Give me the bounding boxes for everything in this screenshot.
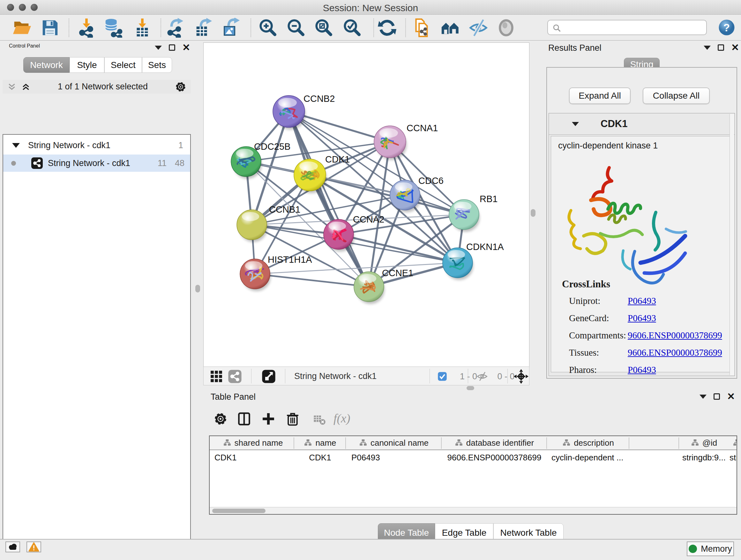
panel-maximize-icon[interactable]: [718, 44, 724, 51]
tab-network[interactable]: Network: [23, 57, 70, 73]
search-input[interactable]: [547, 20, 707, 35]
export-table-button[interactable]: [193, 18, 213, 38]
network-edge-count: 48: [175, 159, 185, 168]
panel-float-icon[interactable]: [704, 46, 711, 50]
zoom-out-button[interactable]: [286, 18, 306, 38]
add-column-icon[interactable]: [261, 412, 275, 426]
memory-label: Memory: [701, 544, 732, 554]
node-CDC6[interactable]: [390, 180, 420, 210]
save-session-button[interactable]: [40, 18, 60, 38]
show-all-button[interactable]: [496, 18, 516, 38]
node-HIST1H1A[interactable]: [240, 259, 270, 289]
panel-maximize-icon[interactable]: [169, 44, 175, 51]
gene-section-header[interactable]: CDK1: [549, 113, 735, 135]
panel-maximize-icon[interactable]: [714, 393, 720, 400]
column-header[interactable]: shared name: [212, 436, 293, 449]
expand-all-button[interactable]: Expand All: [569, 87, 630, 104]
open-in-new-icon[interactable]: [262, 369, 276, 383]
help-icon: ?: [718, 18, 736, 37]
network-canvas[interactable]: CCNB2CCNA1CDC25BCDK1CDC6RB1CCNB1CCNA2CDK…: [203, 43, 529, 367]
genecard-link[interactable]: P06493: [628, 313, 656, 323]
control-panel: Control Panel ✕ Network Style Select Set…: [0, 41, 192, 539]
results-scrollbar[interactable]: [730, 114, 734, 375]
uniprot-link[interactable]: P06493: [628, 296, 656, 306]
network-share-icon[interactable]: [228, 369, 242, 383]
column-header[interactable]: namespace: [730, 436, 737, 449]
section-collapse-icon[interactable]: [572, 122, 579, 126]
first-neighbors-button[interactable]: [441, 18, 460, 38]
cloud-status-button[interactable]: [5, 542, 20, 552]
crosslink-label: Uniprot:: [569, 292, 626, 309]
column-type-icon: [304, 439, 312, 447]
left-splitter-handle[interactable]: [195, 285, 200, 293]
column-header[interactable]: name: [295, 436, 345, 449]
table-horizontal-scrollbar[interactable]: [210, 507, 737, 514]
node-CCNB2[interactable]: [273, 96, 305, 127]
show-columns-icon[interactable]: [237, 412, 251, 426]
refresh-button[interactable]: [377, 18, 397, 38]
expand-all-icon[interactable]: [21, 82, 30, 91]
node-CCNA2[interactable]: [324, 219, 354, 249]
warning-status-button[interactable]: [26, 542, 41, 552]
panel-float-icon[interactable]: [699, 395, 706, 399]
table-cell[interactable]: cyclin-dependent ...: [551, 451, 628, 464]
collection-expand-icon[interactable]: [12, 143, 20, 148]
column-header[interactable]: description: [548, 436, 629, 449]
table-cell[interactable]: stringdb: [686, 451, 737, 464]
panel-float-icon[interactable]: [155, 46, 162, 50]
tab-select[interactable]: Select: [105, 57, 142, 73]
selected-checkbox-icon[interactable]: [437, 372, 447, 381]
node-CDK1[interactable]: [294, 159, 326, 191]
node-CCNA1[interactable]: [374, 126, 406, 158]
netbar-separator: [468, 369, 468, 383]
table-cell[interactable]: 9606.ENSP00000378699: [442, 451, 546, 464]
network-collection-row[interactable]: String Network - cdk1 1: [3, 137, 190, 154]
node-label-CCNB1: CCNB1: [269, 204, 300, 214]
export-network-button[interactable]: [165, 18, 185, 38]
zoom-in-button[interactable]: [258, 18, 277, 38]
open-session-button[interactable]: [12, 18, 31, 38]
tissues-link[interactable]: 9606.ENSP00000378699: [628, 348, 722, 358]
memory-button[interactable]: Memory: [687, 542, 734, 556]
node-CDKN1A[interactable]: [443, 248, 473, 278]
node-CCNB1[interactable]: [237, 210, 267, 240]
gear-icon[interactable]: [175, 81, 186, 92]
column-header[interactable]: @id: [680, 436, 728, 449]
zoom-fit-button[interactable]: [313, 18, 333, 38]
hide-selected-button[interactable]: [468, 18, 488, 38]
node-table[interactable]: shared name name canonical name database…: [209, 435, 737, 515]
zoom-selected-button[interactable]: [342, 18, 361, 38]
collapse-all-button[interactable]: Collapse All: [643, 87, 710, 104]
delete-column-trash-icon[interactable]: [286, 412, 300, 426]
tab-style[interactable]: Style: [70, 57, 105, 73]
fit-content-crosshair-icon[interactable]: [514, 369, 529, 384]
crosslink-label: GeneCard:: [569, 309, 626, 327]
import-network-database-button[interactable]: [103, 18, 123, 38]
node-label-CCNE1: CCNE1: [382, 268, 413, 278]
table-gear-icon[interactable]: [213, 412, 227, 426]
panel-close-icon[interactable]: ✕: [731, 44, 739, 51]
compartments-link[interactable]: 9606.ENSP00000378699: [628, 330, 722, 340]
column-header[interactable]: canonical name: [347, 436, 441, 449]
birds-eye-grid-icon[interactable]: [209, 369, 223, 383]
node-RB1[interactable]: [449, 199, 479, 230]
network-row[interactable]: String Network - cdk1 11 48: [3, 154, 190, 172]
column-type-icon: [733, 439, 737, 447]
help-button[interactable]: ?: [718, 18, 736, 37]
collapse-all-icon[interactable]: [7, 82, 17, 91]
clone-network-button[interactable]: [412, 18, 431, 38]
node-CCNE1[interactable]: [354, 272, 384, 302]
table-cell[interactable]: CDK1: [214, 451, 291, 464]
column-header[interactable]: database identifier: [442, 436, 546, 449]
scrollbar-thumb[interactable]: [212, 509, 266, 513]
table-cell[interactable]: CDK1: [295, 451, 345, 464]
tab-sets[interactable]: Sets: [142, 57, 172, 73]
right-splitter-handle[interactable]: [531, 209, 536, 217]
import-network-file-button[interactable]: [77, 18, 96, 38]
pharos-link[interactable]: P06493: [628, 365, 656, 375]
export-image-button[interactable]: [221, 18, 241, 38]
import-table-button[interactable]: [132, 18, 152, 38]
panel-close-icon[interactable]: ✕: [727, 393, 735, 400]
table-cell[interactable]: P06493: [351, 451, 441, 464]
panel-close-icon[interactable]: ✕: [182, 44, 190, 51]
